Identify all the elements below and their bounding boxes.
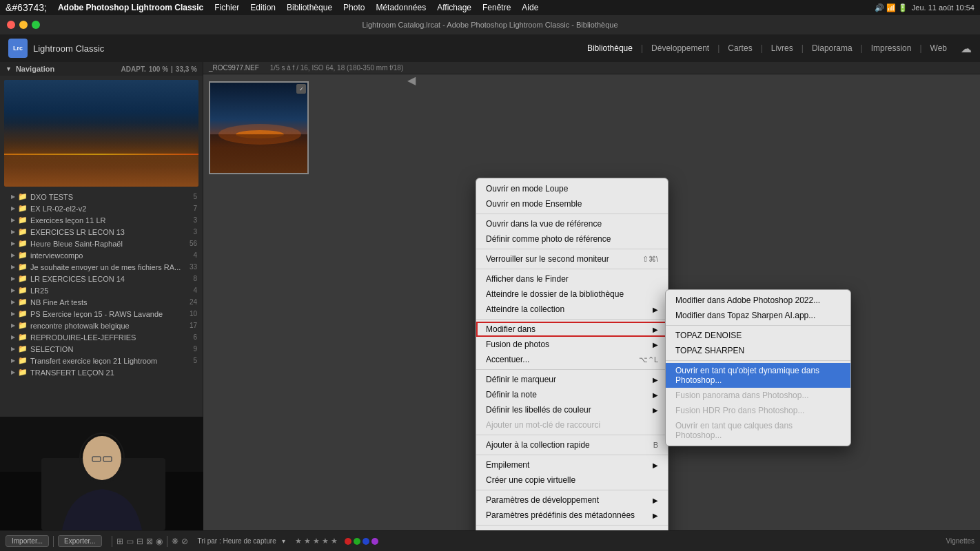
menubar-item-affichage[interactable]: Affichage [433,0,476,15]
folder-item[interactable]: ▶ 📁 rencontre photowalk belgique 17 [0,320,203,331]
folder-count: 24 [190,298,197,306]
menubar-item-fichier[interactable]: Fichier [210,0,243,15]
tab-livres[interactable]: Livres [764,41,800,56]
folder-item[interactable]: ▶ 📁 Exercices leçon 11 LR 3 [0,214,203,226]
star-2[interactable]: ★ [304,537,311,545]
app-name: Lightroom Classic [33,43,104,54]
folder-item[interactable]: ▶ 📁 EXERCICES LR LECON 13 3 [0,226,203,238]
folder-item[interactable]: ▶ 📁 REPRODUIRE-LEE-JEFFRIES 6 [0,331,203,343]
grid-view-icon[interactable]: ⊞ [116,537,123,546]
folder-count: 5 [193,357,197,364]
context-menu-item-label: Modifier dans [486,324,535,334]
apple-menu[interactable]: &#63743; [6,2,47,13]
submenu-item-topaz-sharpen[interactable]: TOPAZ SHARPEN [666,343,850,358]
tab-web[interactable]: Web [923,41,954,56]
folder-expand-arrow: ▶ [11,252,15,258]
star-3[interactable]: ★ [313,537,320,545]
context-menu-item-ref-photo[interactable]: Définir comme photo de référence [476,231,668,247]
folder-name: LR25 [30,287,190,295]
folder-item[interactable]: ▶ 📁 LR EXERCICES LECON 14 8 [0,273,203,284]
submenu-item-label: Modifier dans Topaz Sharpen AI.app... [675,311,815,320]
context-menu-item-ensemble[interactable]: Ouvrir en mode Ensemble [476,196,668,211]
context-menu-item-meta-params[interactable]: Paramètres prédéfinis des métadonnées▶ [476,508,668,523]
menubar-item-aide[interactable]: Aide [518,0,542,15]
context-menu-separator [476,455,668,455]
context-menu-item-label: Empilement [486,460,529,470]
survey-view-icon[interactable]: ⊠ [146,537,153,546]
folder-item[interactable]: ▶ 📁 Je souhaite envoyer un de mes fichie… [0,261,203,273]
submenu-item-smart-object[interactable]: Ouvrir en tant qu'objet dynamique dans P… [666,363,850,388]
context-menu: Ouvrir en mode LoupeOuvrir en mode Ensem… [476,178,668,530]
tab-bibliotheque[interactable]: Bibliothèque [580,41,640,56]
submenu-item-topaz-denoise[interactable]: TOPAZ DENOISE [666,328,850,343]
color-green[interactable] [354,538,360,545]
color-purple[interactable] [371,538,378,545]
folder-icon: 📁 [18,204,28,213]
context-menu-item-libelles[interactable]: Définir les libellés de couleur▶ [476,402,668,417]
menubar-item-metadonnees[interactable]: Métadonnées [371,0,430,15]
star-1[interactable]: ★ [295,537,302,545]
compare-view-icon[interactable]: ⊟ [136,537,143,546]
context-menu-item-collection-rapide[interactable]: Ajouter à la collection rapideB [476,437,668,453]
export-button[interactable]: Exporter... [58,535,102,547]
context-menu-item-lock-monitor[interactable]: Verrouiller sur le second moniteur⇧⌘\ [476,251,668,267]
maximize-button[interactable] [32,21,40,29]
star-5[interactable]: ★ [331,537,338,545]
context-menu-item-modifier-dans[interactable]: Modifier dans▶ [476,322,668,337]
folder-icon: 📁 [18,309,28,318]
folder-item[interactable]: ▶ 📁 LR25 4 [0,284,203,296]
color-red[interactable] [345,538,351,545]
context-menu-item-copie-virtuelle[interactable]: Créer une copie virtuelle [476,472,668,488]
close-button[interactable] [7,21,15,29]
menubar-item-fenetre[interactable]: Fenêtre [478,0,515,15]
star-4[interactable]: ★ [322,537,329,545]
folder-item[interactable]: ▶ 📁 EX LR-02-el2-v2 7 [0,202,203,214]
folder-item[interactable]: ▶ 📁 TRANSFERT LEÇON 21 [0,366,203,378]
context-menu-item-library-folder[interactable]: Atteindre le dossier de la bibliothèque [476,287,668,302]
submenu-item-topaz-sharpen-app[interactable]: Modifier dans Topaz Sharpen AI.app... [666,308,850,323]
folder-item[interactable]: ▶ 📁 Transfert exercice leçon 21 Lightroo… [0,355,203,366]
context-menu-item-collection[interactable]: Atteindre la collection▶ [476,302,668,317]
context-menu-item-label: Ouvrir en mode Ensemble [486,199,582,209]
folder-item[interactable]: ▶ 📁 PS Exercice leçon 15 - RAWS Lavande … [0,308,203,320]
tab-cartes[interactable]: Cartes [721,41,759,56]
context-menu-arrow: ▶ [653,341,658,349]
folder-icon: 📁 [18,216,28,225]
context-menu-item-note[interactable]: Définir la note▶ [476,387,668,402]
context-menu-item-fusion-photos[interactable]: Fusion de photos▶ [476,337,668,352]
minimize-button[interactable] [19,21,28,29]
context-menu-item-finder[interactable]: Afficher dans le Finder [476,271,668,287]
filter-icon[interactable]: ⊘ [181,537,188,546]
loupe-view-icon[interactable]: ▭ [126,537,134,546]
context-menu-item-rotate-left[interactable]: Rotation antihoraire [476,528,668,530]
menubar-item-bibliotheque[interactable]: Bibliothèque [283,0,336,15]
menubar-item-photo[interactable]: Photo [339,0,369,15]
tab-diaporama[interactable]: Diaporama [805,41,859,56]
navigation-header[interactable]: ▼ Navigation ADAPT. 100 % | 33,3 % [0,62,203,76]
context-menu-item-label: Atteindre la collection [486,304,564,314]
submenu-item-ps2022[interactable]: Modifier dans Adobe Photoshop 2022... [666,293,850,308]
main-content: _ROC9977.NEF 1/5 s à f / 16, ISO 64, 18 … [203,62,980,530]
tab-developpement[interactable]: Développement [644,41,716,56]
folder-item[interactable]: ▶ 📁 Heure Bleue Saint-Raphaël 56 [0,238,203,249]
context-menu-item-empilement[interactable]: Empilement▶ [476,457,668,472]
menubar-item-app[interactable]: Adobe Photoshop Lightroom Classic [54,0,207,15]
spray-icon[interactable]: ❋ [172,537,178,546]
color-blue[interactable] [363,538,369,545]
context-menu-item-accentuer[interactable]: Accentuer...⌥⌃L [476,352,668,367]
tab-impression[interactable]: Impression [864,41,919,56]
context-menu-item-loupe[interactable]: Ouvrir en mode Loupe [476,181,668,196]
folder-item[interactable]: ▶ 📁 NB Fine Art tests 24 [0,296,203,308]
context-menu-item-ref-view[interactable]: Ouvrir dans la vue de référence [476,216,668,231]
menubar-item-edition[interactable]: Edition [246,0,280,15]
context-menu-item-dev-params[interactable]: Paramètres de développement▶ [476,492,668,508]
folder-item[interactable]: ▶ 📁 interviewcompo 4 [0,249,203,261]
svg-point-3 [218,124,301,145]
scroll-left-arrow[interactable]: ◀ [407,74,416,87]
people-view-icon[interactable]: ◉ [156,537,163,546]
folder-item[interactable]: ▶ 📁 DXO TESTS 5 [0,191,203,202]
context-menu-item-marqueur[interactable]: Définir le marqueur▶ [476,372,668,387]
folder-item[interactable]: ▶ 📁 SELECTION 9 [0,343,203,355]
context-menu-separator [476,269,668,269]
import-button[interactable]: Importer... [6,535,49,547]
